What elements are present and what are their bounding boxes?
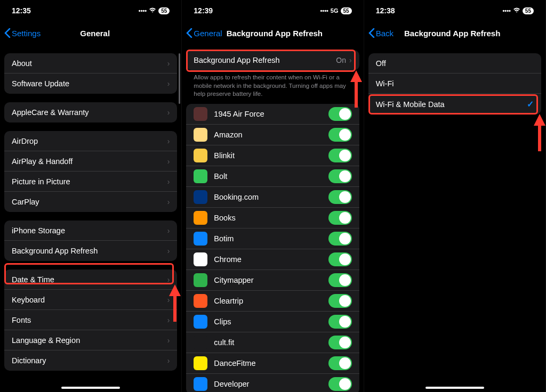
row-background-app-refresh[interactable]: Background App Refresh› xyxy=(4,241,177,261)
chevron-right-icon: › xyxy=(167,226,170,235)
nav-bar: General Background App Refresh xyxy=(182,21,363,45)
app-label: Developer xyxy=(214,380,328,388)
status-right: •••• 55 xyxy=(502,7,534,14)
row-option-wifi-mobile[interactable]: Wi-Fi & Mobile Data✓ xyxy=(368,94,541,115)
row-app[interactable]: Books xyxy=(186,208,359,228)
row-app[interactable]: Amazon xyxy=(186,125,359,145)
row-carplay[interactable]: CarPlay› xyxy=(4,192,177,212)
chevron-right-icon: › xyxy=(167,157,170,166)
content: Background App Refresh On › Allow apps t… xyxy=(182,45,363,392)
group-apps: 1945 Air ForceAmazonBlinkitBoltBooking.c… xyxy=(186,104,359,392)
app-toggle[interactable] xyxy=(328,107,352,121)
network-label: 5G xyxy=(331,7,339,14)
chevron-left-icon xyxy=(186,28,192,38)
row-pip[interactable]: Picture in Picture› xyxy=(4,172,177,192)
app-label: Books xyxy=(214,214,328,222)
row-iphone-storage[interactable]: iPhone Storage› xyxy=(4,220,177,241)
chevron-left-icon xyxy=(368,28,375,38)
chevron-right-icon: › xyxy=(167,108,170,117)
app-label: Booking.com xyxy=(214,193,328,201)
row-keyboard[interactable]: Keyboard› xyxy=(4,290,177,310)
status-right: •••• 55 xyxy=(139,7,170,14)
app-icon xyxy=(194,128,207,142)
app-label: Bolt xyxy=(214,172,328,181)
scrollbar[interactable] xyxy=(179,53,180,104)
chevron-right-icon: › xyxy=(167,59,170,68)
group-about: About› Software Update› xyxy=(4,53,177,94)
app-icon xyxy=(194,273,207,287)
app-toggle[interactable] xyxy=(328,336,352,349)
app-icon xyxy=(194,211,207,225)
row-app[interactable]: DanceFitme xyxy=(186,353,359,374)
battery-badge: 55 xyxy=(523,7,534,14)
row-app[interactable]: Chrome xyxy=(186,249,359,270)
app-toggle[interactable] xyxy=(328,190,352,204)
app-toggle[interactable] xyxy=(328,149,352,162)
row-app[interactable]: Developer xyxy=(186,374,359,392)
app-toggle[interactable] xyxy=(328,315,352,329)
back-button[interactable]: Settings xyxy=(4,28,41,38)
signal-icon: •••• xyxy=(502,7,510,14)
screen-general: 12:35 •••• 55 Settings General About› So… xyxy=(0,0,182,392)
home-indicator xyxy=(425,387,484,389)
app-toggle[interactable] xyxy=(328,356,352,370)
app-icon xyxy=(194,149,207,162)
wifi-icon xyxy=(513,7,520,14)
app-toggle[interactable] xyxy=(328,294,352,308)
back-label: General xyxy=(194,29,222,38)
back-button[interactable]: General xyxy=(186,28,222,38)
signal-icon: •••• xyxy=(139,7,147,14)
app-toggle[interactable] xyxy=(328,273,352,287)
row-app[interactable]: 1945 Air Force xyxy=(186,104,359,125)
nav-bar: Settings General xyxy=(0,21,181,45)
row-software-update[interactable]: Software Update› xyxy=(4,74,177,94)
row-date-time[interactable]: Date & Time› xyxy=(4,270,177,290)
row-dictionary[interactable]: Dictionary› xyxy=(4,350,177,371)
app-toggle[interactable] xyxy=(328,169,352,183)
signal-icon: •••• xyxy=(320,7,328,14)
row-option-wifi[interactable]: Wi-Fi xyxy=(368,74,541,94)
app-toggle[interactable] xyxy=(328,252,352,266)
battery-badge: 55 xyxy=(158,7,170,14)
row-app[interactable]: Botim xyxy=(186,228,359,249)
row-airplay[interactable]: AirPlay & Handoff› xyxy=(4,151,177,172)
row-app[interactable]: Bolt xyxy=(186,166,359,187)
app-icon xyxy=(194,190,207,204)
row-app[interactable]: Citymapper xyxy=(186,270,359,291)
app-toggle[interactable] xyxy=(328,377,352,391)
footer-text: Allow apps to refresh their content when… xyxy=(186,70,359,99)
battery-badge: 55 xyxy=(341,7,352,14)
row-app[interactable]: cult.fit xyxy=(186,332,359,353)
app-toggle[interactable] xyxy=(328,232,352,246)
wifi-icon xyxy=(149,7,156,14)
row-fonts[interactable]: Fonts› xyxy=(4,310,177,330)
row-app[interactable]: Cleartrip xyxy=(186,291,359,312)
row-option-off[interactable]: Off xyxy=(368,53,541,74)
app-icon xyxy=(194,232,207,246)
app-icon xyxy=(194,294,207,308)
row-app[interactable]: Booking.com xyxy=(186,187,359,208)
back-button[interactable]: Back xyxy=(368,28,394,38)
group-date: Date & Time› Keyboard› Fonts› Language &… xyxy=(4,270,177,371)
screen-bar-apps: 12:39 •••• 5G 55 General Background App … xyxy=(182,0,364,392)
content: Off Wi-Fi Wi-Fi & Mobile Data✓ xyxy=(364,45,545,115)
status-right: •••• 5G 55 xyxy=(320,7,351,14)
row-app[interactable]: Blinkit xyxy=(186,145,359,166)
status-bar: 12:38 •••• 55 xyxy=(364,0,545,21)
row-language-region[interactable]: Language & Region› xyxy=(4,330,177,350)
nav-title: Background App Refresh xyxy=(227,29,323,38)
app-label: Chrome xyxy=(214,255,328,264)
row-applecare[interactable]: AppleCare & Warranty› xyxy=(4,102,177,123)
chevron-right-icon: › xyxy=(167,356,170,365)
checkmark-icon: ✓ xyxy=(527,99,534,109)
row-bar-master[interactable]: Background App Refresh On › xyxy=(186,50,359,70)
app-toggle[interactable] xyxy=(328,128,352,142)
row-app[interactable]: Clips xyxy=(186,312,359,332)
app-label: Cleartrip xyxy=(214,297,328,305)
app-label: Citymapper xyxy=(214,276,328,284)
app-icon xyxy=(194,356,207,370)
row-airdrop[interactable]: AirDrop› xyxy=(4,131,177,151)
row-about[interactable]: About› xyxy=(4,53,177,74)
app-toggle[interactable] xyxy=(328,211,352,225)
app-icon xyxy=(194,336,207,349)
